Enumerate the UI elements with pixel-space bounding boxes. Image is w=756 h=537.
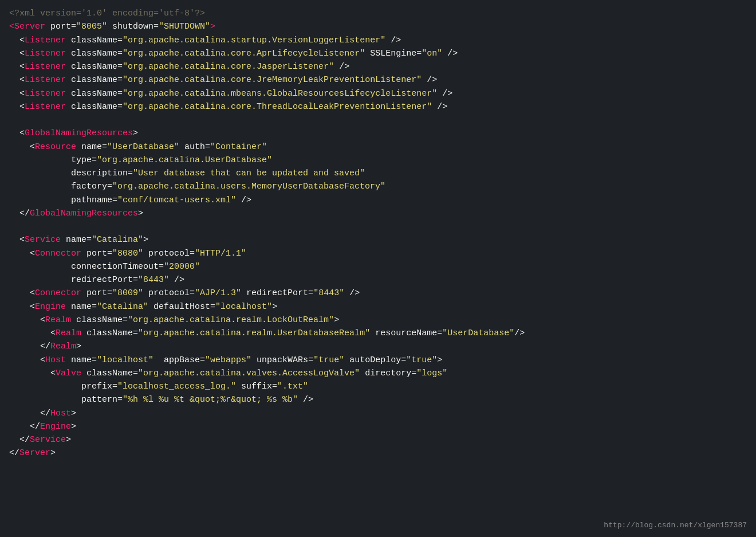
- watermark: http://blog.csdn.net/xlgen157387: [604, 520, 747, 531]
- code-line: <Listener className="org.apache.catalina…: [9, 60, 747, 73]
- code-line: </GlobalNamingResources>: [9, 207, 747, 220]
- code-line: description="User database that can be u…: [9, 167, 747, 180]
- code-line: <Listener className="org.apache.catalina…: [9, 87, 747, 100]
- code-line: <Connector port="8009" protocol="AJP/1.3…: [9, 287, 747, 300]
- code-line: <Listener className="org.apache.catalina…: [9, 34, 747, 47]
- code-line: connectionTimeout="20000": [9, 260, 747, 273]
- code-line: </Realm>: [9, 340, 747, 353]
- code-line: </Engine>: [9, 420, 747, 433]
- code-line: <Engine name="Catalina" defaultHost="loc…: [9, 300, 747, 313]
- code-line: prefix="localhost_access_log." suffix=".…: [9, 380, 747, 393]
- code-block: <?xml version='1.0' encoding='utf-8'?><S…: [9, 7, 747, 460]
- code-line: <Valve className="org.apache.catalina.va…: [9, 367, 747, 380]
- code-line: <GlobalNamingResources>: [9, 127, 747, 140]
- code-line: pattern="%h %l %u %t &quot;%r&quot; %s %…: [9, 393, 747, 406]
- code-line: type="org.apache.catalina.UserDatabase": [9, 154, 747, 167]
- code-line: <Host name="localhost" appBase="webapps"…: [9, 354, 747, 367]
- code-line: pathname="conf/tomcat-users.xml" />: [9, 194, 747, 207]
- code-line: <Connector port="8080" protocol="HTTP/1.…: [9, 247, 747, 260]
- code-line: redirectPort="8443" />: [9, 273, 747, 287]
- code-line: [9, 220, 747, 233]
- code-line: </Service>: [9, 433, 747, 446]
- code-line: <?xml version='1.0' encoding='utf-8'?>: [9, 7, 747, 20]
- code-line: <Listener className="org.apache.catalina…: [9, 73, 747, 87]
- code-container: <?xml version='1.0' encoding='utf-8'?><S…: [0, 0, 756, 537]
- code-line: <Realm className="org.apache.catalina.re…: [9, 327, 747, 340]
- code-line: <Server port="8005" shutdown="SHUTDOWN">: [9, 20, 747, 33]
- code-line: <Resource name="UserDatabase" auth="Cont…: [9, 140, 747, 154]
- code-line: <Listener className="org.apache.catalina…: [9, 47, 747, 60]
- code-line: factory="org.apache.catalina.users.Memor…: [9, 180, 747, 193]
- code-line: [9, 113, 747, 127]
- code-line: <Realm className="org.apache.catalina.re…: [9, 313, 747, 327]
- code-line: <Service name="Catalina">: [9, 233, 747, 246]
- code-line: </Server>: [9, 446, 747, 460]
- code-line: </Host>: [9, 407, 747, 420]
- code-line: <Listener className="org.apache.catalina…: [9, 100, 747, 113]
